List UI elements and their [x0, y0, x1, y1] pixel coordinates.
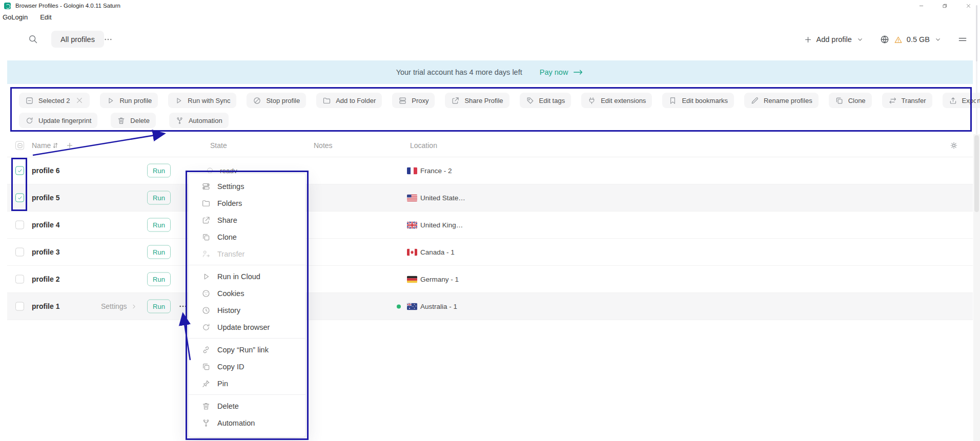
row-checkbox[interactable] [15, 166, 24, 175]
automation-icon [201, 418, 211, 428]
edit-tags-button[interactable]: Edit tags [520, 93, 571, 108]
row-more-actions-icon[interactable] [178, 302, 188, 311]
settings-link[interactable]: Settings [101, 302, 137, 310]
cookie-icon [201, 289, 211, 298]
table-header: Name State Notes Location [7, 134, 973, 157]
share-profile-button[interactable]: Share Profile [445, 93, 509, 108]
row-checkbox[interactable] [15, 194, 24, 202]
selected-count-pill[interactable]: Selected 2 [19, 93, 90, 108]
run-button[interactable]: Run [147, 164, 171, 178]
menu-item-update-browser[interactable]: Update browser [189, 319, 305, 335]
refresh-icon [201, 323, 211, 332]
run-profile-button[interactable]: Run profile [100, 93, 158, 108]
menu-item-history[interactable]: History [189, 302, 305, 319]
restore-button[interactable] [933, 0, 956, 11]
menu-item-clone[interactable]: Clone [189, 228, 305, 245]
row-checkbox[interactable] [15, 275, 24, 284]
automation-button[interactable]: Automation [169, 113, 229, 128]
table-row-profile-3[interactable]: profile 3 Run Canada - 1 [7, 239, 973, 266]
menu-icon[interactable] [957, 34, 968, 45]
profile-name: profile 3 [32, 248, 59, 256]
menu-edit[interactable]: Edit [40, 13, 51, 21]
page-scrollbar[interactable] [973, 134, 980, 441]
clock-icon [201, 306, 211, 315]
column-name[interactable]: Name [32, 141, 51, 150]
tab-all-profiles[interactable]: All profiles [51, 31, 104, 48]
menu-item-cookies[interactable]: Cookies [189, 285, 305, 302]
table-row-profile-5[interactable]: profile 5 Run United State… [7, 184, 973, 212]
run-with-sync-button[interactable]: Run with Sync [168, 93, 236, 108]
menu-separator [189, 394, 305, 395]
row-checkbox[interactable] [15, 248, 24, 257]
update-fingerprint-button[interactable]: Update fingerprint [19, 113, 97, 128]
run-button[interactable]: Run [147, 272, 171, 286]
run-button[interactable]: Run [147, 300, 171, 313]
profile-context-menu: Settings Folders Share Clone Transfer Ru… [188, 173, 306, 437]
edit-extensions-button[interactable]: Edit extensions [581, 93, 652, 108]
menu-gologin[interactable]: GoLogin [3, 13, 28, 21]
profiles-table: Name State Notes Location profile 6 Run … [7, 134, 973, 320]
tag-icon [526, 96, 535, 105]
user-transfer-icon [201, 249, 211, 259]
menu-item-delete[interactable]: Delete [189, 397, 305, 414]
menu-item-copy-id[interactable]: Copy ID [189, 358, 305, 375]
sort-icon[interactable] [51, 141, 59, 150]
ellipsis-icon[interactable] [104, 35, 113, 44]
table-row-profile-1[interactable]: profile 1 Settings Run Australia - 1 [7, 293, 973, 320]
france-flag-icon [407, 167, 417, 174]
stop-profile-button[interactable]: Stop profile [247, 93, 306, 108]
stop-slash-icon [253, 96, 261, 105]
online-dot-slot [397, 169, 401, 173]
menu-item-share[interactable]: Share [189, 212, 305, 228]
minimize-button[interactable] [909, 0, 933, 11]
germany-flag-icon [407, 276, 417, 283]
edit-bookmarks-button[interactable]: Edit bookmarks [662, 93, 734, 108]
menu-item-run-in-cloud[interactable]: Run in Cloud [189, 268, 305, 285]
page-scrollbar-thumb[interactable] [974, 135, 979, 212]
select-all-checkbox[interactable] [15, 141, 24, 150]
pay-now-link[interactable]: Pay now [540, 68, 584, 76]
table-row-profile-2[interactable]: profile 2 Run Germany - 1 [7, 266, 973, 293]
menu-item-folders[interactable]: Folders [189, 195, 305, 212]
plus-icon[interactable] [66, 141, 74, 150]
bookmark-icon [668, 96, 677, 105]
profile-location: Canada - 1 [397, 248, 455, 256]
transfer-button[interactable]: Transfer [882, 93, 932, 108]
menu-item-settings[interactable]: Settings [189, 178, 305, 195]
storage-indicator[interactable]: 0.5 GB [880, 34, 942, 45]
search-icon[interactable] [28, 34, 38, 44]
run-button[interactable]: Run [147, 218, 171, 232]
export-profiles-button[interactable]: Export profiles [943, 93, 980, 108]
copy-icon [835, 96, 844, 105]
minus-checkbox-icon [25, 96, 34, 105]
clone-button[interactable]: Clone [829, 93, 872, 108]
trash-icon [117, 116, 126, 125]
close-icon[interactable] [75, 96, 84, 104]
export-icon [949, 96, 957, 105]
column-location: Location [410, 141, 437, 150]
plug-icon [587, 96, 596, 105]
row-checkbox[interactable] [15, 302, 24, 311]
delete-button[interactable]: Delete [111, 113, 156, 128]
united-kingdom-flag-icon [407, 221, 417, 228]
table-row-profile-6[interactable]: profile 6 Run ready France - 2 [7, 157, 973, 184]
add-to-folder-button[interactable]: Add to Folder [316, 93, 382, 108]
menu-item-copy-run-link[interactable]: Copy “Run” link [189, 341, 305, 358]
table-row-profile-4[interactable]: profile 4 Run United King… [7, 212, 973, 239]
menu-item-pin[interactable]: Pin [189, 375, 305, 392]
context-menu-scrollbar-thumb[interactable] [976, 5, 977, 61]
server-icon [398, 96, 407, 105]
menu-separator [189, 338, 305, 339]
gear-icon[interactable] [949, 141, 958, 150]
run-button[interactable]: Run [147, 191, 171, 205]
proxy-button[interactable]: Proxy [392, 93, 435, 108]
menu-item-automation[interactable]: Automation [189, 414, 305, 431]
australia-flag-icon [407, 303, 417, 310]
pin-icon [201, 379, 211, 388]
share-icon [201, 216, 211, 225]
run-button[interactable]: Run [147, 245, 171, 259]
row-checkbox[interactable] [15, 221, 24, 229]
window-titlebar: Browser Profiles - Gologin 4.0.11 Saturn [0, 0, 980, 11]
add-profile-button[interactable]: Add profile [804, 35, 864, 44]
rename-profiles-button[interactable]: Rename profiles [744, 93, 819, 108]
